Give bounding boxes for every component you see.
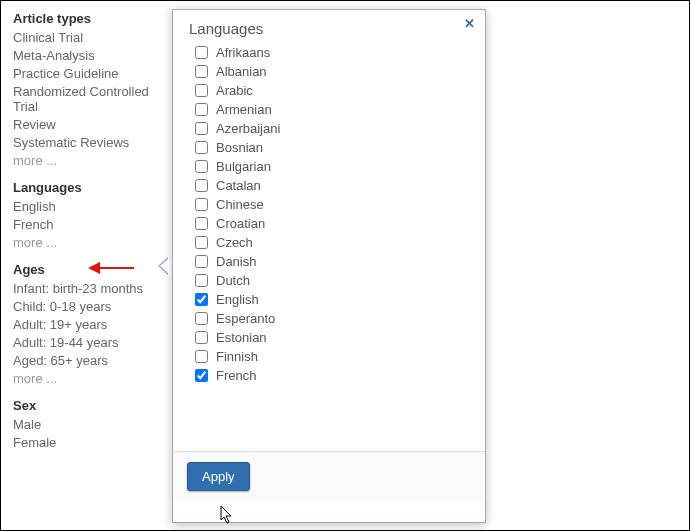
filter-title-ages: Ages <box>13 262 164 277</box>
language-option[interactable]: Estonian <box>185 328 473 347</box>
filter-item[interactable]: Adult: 19+ years <box>13 317 164 332</box>
language-checkbox[interactable] <box>195 350 208 363</box>
language-option[interactable]: Esperanto <box>185 309 473 328</box>
apply-button[interactable]: Apply <box>187 462 250 491</box>
language-option[interactable]: Albanian <box>185 62 473 81</box>
language-label: Arabic <box>216 83 253 98</box>
filter-item[interactable]: Systematic Reviews <box>13 135 164 150</box>
language-option[interactable]: Dutch <box>185 271 473 290</box>
language-checkbox[interactable] <box>195 160 208 173</box>
language-option[interactable]: Azerbaijani <box>185 119 473 138</box>
filter-sidebar: Article types Clinical Trial Meta-Analys… <box>1 1 176 530</box>
language-checkbox[interactable] <box>195 236 208 249</box>
language-option[interactable]: Bosnian <box>185 138 473 157</box>
language-label: Danish <box>216 254 256 269</box>
language-label: Albanian <box>216 64 267 79</box>
language-label: Czech <box>216 235 253 250</box>
filter-title-languages: Languages <box>13 180 164 195</box>
language-label: Bosnian <box>216 140 263 155</box>
language-checkbox[interactable] <box>195 255 208 268</box>
language-checkbox[interactable] <box>195 312 208 325</box>
filter-item[interactable]: Clinical Trial <box>13 30 164 45</box>
filter-title-article-types: Article types <box>13 11 164 26</box>
language-checkbox[interactable] <box>195 141 208 154</box>
language-label: Afrikaans <box>216 45 270 60</box>
language-checkbox[interactable] <box>195 65 208 78</box>
filter-item[interactable]: Practice Guideline <box>13 66 164 81</box>
language-option[interactable]: Czech <box>185 233 473 252</box>
dialog-title: Languages <box>189 20 469 37</box>
language-option[interactable]: Croatian <box>185 214 473 233</box>
language-checkbox[interactable] <box>195 331 208 344</box>
filter-item[interactable]: Female <box>13 435 164 450</box>
filter-item[interactable]: Infant: birth-23 months <box>13 281 164 296</box>
language-checkbox[interactable] <box>195 103 208 116</box>
more-link[interactable]: more ... <box>13 153 164 168</box>
language-checkbox[interactable] <box>195 46 208 59</box>
language-label: Finnish <box>216 349 258 364</box>
language-label: Estonian <box>216 330 267 345</box>
language-label: French <box>216 368 256 383</box>
language-label: English <box>216 292 259 307</box>
language-label: Catalan <box>216 178 261 193</box>
language-option[interactable]: Danish <box>185 252 473 271</box>
filter-item[interactable]: French <box>13 217 164 232</box>
language-checkbox[interactable] <box>195 217 208 230</box>
language-label: Dutch <box>216 273 250 288</box>
language-label: Azerbaijani <box>216 121 280 136</box>
dialog-pointer-inner <box>160 258 169 274</box>
language-checkbox[interactable] <box>195 274 208 287</box>
language-option[interactable]: Chinese <box>185 195 473 214</box>
language-option[interactable]: Catalan <box>185 176 473 195</box>
more-link-languages[interactable]: more ... <box>13 235 164 250</box>
filter-title-sex: Sex <box>13 398 164 413</box>
language-label: Esperanto <box>216 311 275 326</box>
filter-item[interactable]: English <box>13 199 164 214</box>
filter-item[interactable]: Adult: 19-44 years <box>13 335 164 350</box>
language-checkbox[interactable] <box>195 369 208 382</box>
more-link[interactable]: more ... <box>13 371 164 386</box>
language-list[interactable]: AfrikaansAlbanianArabicArmenianAzerbaija… <box>185 43 473 451</box>
filter-item[interactable]: Review <box>13 117 164 132</box>
language-option[interactable]: Arabic <box>185 81 473 100</box>
language-checkbox[interactable] <box>195 179 208 192</box>
language-checkbox[interactable] <box>195 198 208 211</box>
language-label: Armenian <box>216 102 272 117</box>
language-checkbox[interactable] <box>195 84 208 97</box>
filter-item[interactable]: Male <box>13 417 164 432</box>
language-checkbox[interactable] <box>195 122 208 135</box>
language-option[interactable]: French <box>185 366 473 385</box>
filter-item[interactable]: Child: 0-18 years <box>13 299 164 314</box>
language-option[interactable]: Afrikaans <box>185 43 473 62</box>
language-option[interactable]: Finnish <box>185 347 473 366</box>
language-label: Croatian <box>216 216 265 231</box>
filter-item[interactable]: Meta-Analysis <box>13 48 164 63</box>
language-label: Bulgarian <box>216 159 271 174</box>
filter-item[interactable]: Aged: 65+ years <box>13 353 164 368</box>
language-option[interactable]: English <box>185 290 473 309</box>
languages-dialog: Languages ✕ AfrikaansAlbanianArabicArmen… <box>172 9 486 523</box>
filter-item[interactable]: Randomized Controlled Trial <box>13 84 164 114</box>
close-icon[interactable]: ✕ <box>464 16 475 31</box>
language-label: Chinese <box>216 197 264 212</box>
language-option[interactable]: Bulgarian <box>185 157 473 176</box>
language-option[interactable]: Armenian <box>185 100 473 119</box>
language-checkbox[interactable] <box>195 293 208 306</box>
